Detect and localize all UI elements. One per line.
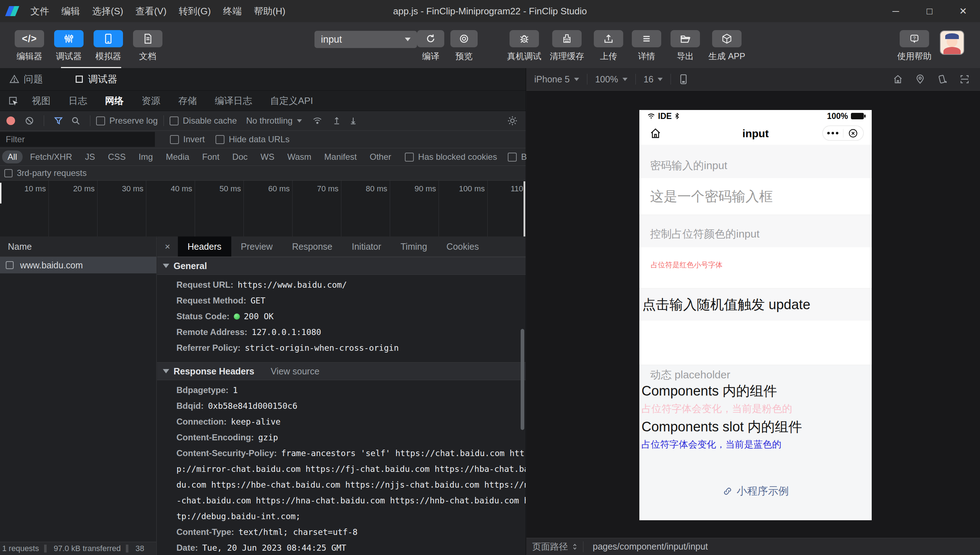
disable-cache-checkbox[interactable] xyxy=(170,116,179,125)
devtools-tab[interactable]: 网络 xyxy=(96,95,133,107)
name-column-header[interactable]: Name xyxy=(0,236,156,257)
menu-item[interactable]: 终端 xyxy=(217,5,248,18)
tab-debugger[interactable]: 调试器 xyxy=(75,73,117,86)
devtools-tab[interactable]: 视图 xyxy=(23,95,60,107)
type-filter-chip[interactable]: All xyxy=(2,151,23,164)
sort-icon[interactable] xyxy=(571,543,578,551)
close-detail-icon[interactable]: × xyxy=(157,241,178,252)
preserve-log-checkbox[interactable] xyxy=(96,116,105,125)
components-slot-input[interactable]: 占位符字体会变化，当前是蓝色的 xyxy=(642,436,872,452)
editor-view-button[interactable]: </> 编辑器 xyxy=(12,30,47,62)
maximize-button[interactable]: □ xyxy=(912,0,946,22)
devtools-tab[interactable]: 编译日志 xyxy=(206,95,261,107)
help-button[interactable]: ? 使用帮助 xyxy=(897,30,932,62)
close-circle-icon[interactable] xyxy=(843,128,864,139)
compile-target-select[interactable]: input xyxy=(314,31,417,48)
menu-item[interactable]: 查看(V) xyxy=(129,5,173,18)
close-button[interactable]: ✕ xyxy=(946,0,980,22)
devtools-tab[interactable]: 存储 xyxy=(169,95,206,107)
details-button[interactable]: 详情 xyxy=(629,30,664,62)
type-filter-chip[interactable]: Other xyxy=(364,151,397,164)
filter-input[interactable] xyxy=(0,132,155,147)
detail-tab[interactable]: Initiator xyxy=(342,236,391,257)
network-conditions-icon[interactable] xyxy=(312,116,323,126)
inspect-element-icon[interactable] xyxy=(0,96,23,106)
response-headers-section-header[interactable]: Response Headers View source xyxy=(157,362,526,380)
invert-checkbox[interactable] xyxy=(170,135,179,144)
devtools-tab[interactable]: 日志 xyxy=(60,95,96,107)
record-icon[interactable] xyxy=(6,116,15,125)
view-source-link[interactable]: View source xyxy=(271,366,320,377)
detail-tab[interactable]: Response xyxy=(282,236,342,257)
type-filter-chip[interactable]: Font xyxy=(197,151,225,164)
detail-tab[interactable]: Headers xyxy=(178,236,231,257)
request-row[interactable]: www.baidu.com xyxy=(0,257,156,273)
rotate-device-icon[interactable] xyxy=(937,74,948,85)
menu-item[interactable]: 帮助(H) xyxy=(248,5,291,18)
device-select[interactable]: iPhone 5 xyxy=(526,74,587,85)
simulator-view-button[interactable]: 模拟器 xyxy=(91,30,126,62)
gear-icon[interactable] xyxy=(507,115,518,126)
home-icon[interactable] xyxy=(649,127,662,140)
timeline-scrollbar[interactable] xyxy=(523,181,525,238)
devtools-tab[interactable]: 自定义API xyxy=(261,95,322,107)
third-party-checkbox[interactable] xyxy=(4,169,13,177)
detail-tab[interactable]: Preview xyxy=(231,236,283,257)
device-frame-icon[interactable] xyxy=(679,74,688,85)
type-filter-chip[interactable]: Media xyxy=(160,151,194,164)
menu-item[interactable]: 转到(G) xyxy=(172,5,217,18)
location-icon[interactable] xyxy=(915,74,925,85)
red-placeholder-input[interactable]: 占位符是红色小号字体 xyxy=(639,247,872,289)
remote-debug-button[interactable]: 真机调试 xyxy=(507,30,541,62)
miniprogram-example-link[interactable]: 小程序示例 xyxy=(639,484,872,498)
more-icon[interactable] xyxy=(823,132,843,134)
detail-scrollbar[interactable] xyxy=(521,329,524,430)
zoom-select[interactable]: 100% xyxy=(587,74,636,85)
request-checkbox[interactable] xyxy=(6,261,14,269)
type-filter-chip[interactable]: Wasm xyxy=(282,151,317,164)
type-filter-chip[interactable]: CSS xyxy=(103,151,131,164)
random-value-input[interactable] xyxy=(639,321,872,365)
import-har-icon[interactable] xyxy=(332,116,341,126)
components-input[interactable]: 占位符字体会变化，当前是粉色的 xyxy=(642,400,872,417)
type-filter-chip[interactable]: Img xyxy=(133,151,158,164)
general-section-header[interactable]: General xyxy=(157,257,526,275)
debugger-view-button[interactable]: 调试器 xyxy=(51,30,86,62)
type-filter-chip[interactable]: WS xyxy=(255,151,280,164)
filter-icon[interactable] xyxy=(53,116,63,126)
clear-icon[interactable] xyxy=(24,116,34,126)
hide-data-urls-checkbox[interactable] xyxy=(216,135,224,144)
upload-button[interactable]: 上传 xyxy=(591,30,626,62)
type-filter-chip[interactable]: Doc xyxy=(227,151,253,164)
type-filter-chip[interactable]: JS xyxy=(80,151,100,164)
tab-problems[interactable]: 问题 xyxy=(9,73,43,86)
font-size-select[interactable]: 16 xyxy=(636,74,671,85)
menu-item[interactable]: 选择(S) xyxy=(86,5,129,18)
network-timeline[interactable]: 10 ms20 ms30 ms40 ms50 ms60 ms70 ms80 ms… xyxy=(0,181,526,239)
detail-tab[interactable]: Timing xyxy=(391,236,437,257)
user-avatar[interactable] xyxy=(940,30,964,55)
preview-button[interactable]: 预览 xyxy=(447,30,481,62)
docs-view-button[interactable]: 文档 xyxy=(130,30,165,62)
menu-item[interactable]: 编辑 xyxy=(55,5,86,18)
type-filter-chip[interactable]: Manifest xyxy=(319,151,362,164)
scan-frame-icon[interactable] xyxy=(959,74,970,85)
minimize-button[interactable]: ─ xyxy=(879,0,912,22)
menu-item[interactable]: 文件 xyxy=(24,5,55,18)
generate-app-button[interactable]: 生成 APP xyxy=(710,30,744,62)
clear-cache-button[interactable]: 清理缓存 xyxy=(550,30,584,62)
blocked-requests-checkbox[interactable] xyxy=(508,152,517,162)
detail-tab[interactable]: Cookies xyxy=(437,236,488,257)
home-icon[interactable] xyxy=(893,74,903,85)
export-har-icon[interactable] xyxy=(349,116,358,126)
page-path-value[interactable]: pages/component/input/input xyxy=(593,541,708,552)
network-controls: Preserve log Disable cache No throttling xyxy=(0,111,526,131)
export-button[interactable]: 导出 xyxy=(668,30,702,62)
throttling-select[interactable]: No throttling xyxy=(246,116,292,126)
has-blocked-cookies-checkbox[interactable] xyxy=(405,152,414,162)
compile-button[interactable]: 编译 xyxy=(414,30,448,62)
search-icon[interactable] xyxy=(71,116,80,126)
devtools-tab[interactable]: 资源 xyxy=(133,95,169,107)
type-filter-chip[interactable]: Fetch/XHR xyxy=(25,151,77,164)
password-input[interactable]: 这是一个密码输入框 xyxy=(639,178,872,215)
